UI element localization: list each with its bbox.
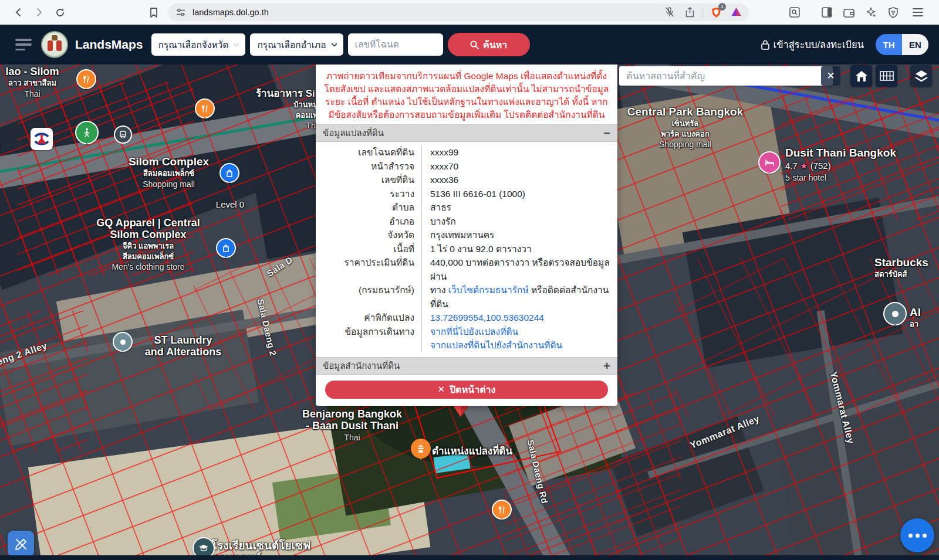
login-link[interactable]: เข้าสู่ระบบ/ลงทะเบียน <box>761 37 864 52</box>
pencil-ruler-icon <box>13 537 29 552</box>
field-row: อำเภอบางรัก <box>316 215 617 229</box>
fork-knife-icon <box>83 76 90 83</box>
section-parcel-info[interactable]: ข้อมูลแปลงที่ดิน − <box>316 124 617 142</box>
section-land-office[interactable]: ข้อมูลสำนักงานที่ดิน + <box>316 357 617 375</box>
person-poi-pin[interactable] <box>75 121 99 144</box>
search-icon <box>470 40 479 49</box>
chevron-down-icon <box>233 43 239 47</box>
grid-icon <box>880 71 894 81</box>
field-row: (กรมธนารักษ์) ทาง เว็บไซต์กรมธนารักษ์ หร… <box>316 283 617 311</box>
place-search <box>619 66 819 86</box>
bts-station-icon[interactable] <box>31 128 53 150</box>
graduation-cap-icon <box>199 545 208 552</box>
deed-number-input[interactable] <box>348 33 443 56</box>
home-icon <box>855 70 868 82</box>
collapse-icon[interactable]: − <box>603 127 610 139</box>
leo-ai-icon[interactable] <box>863 4 879 21</box>
search-button[interactable]: ค้นหา <box>448 33 530 56</box>
brand-title: LandsMaps <box>75 38 143 52</box>
menu-icon[interactable] <box>15 39 32 50</box>
map-label-station: ationศาลาแดง <box>0 127 29 151</box>
map-layers-button[interactable] <box>910 65 932 87</box>
field-row: เลขโฉนดที่ดินxxxx99 <box>316 145 617 159</box>
brave-rewards-icon[interactable] <box>729 5 743 19</box>
district-select[interactable]: กรุณาเลือกอำเภอ <box>250 33 343 56</box>
lang-th-button[interactable]: TH <box>876 34 902 55</box>
dots-icon <box>908 534 913 538</box>
bed-icon <box>765 159 774 166</box>
brave-shield-icon[interactable]: 1 <box>709 5 723 19</box>
poi-pin[interactable] <box>883 302 907 325</box>
treasury-website-link[interactable]: เว็บไซต์กรมธนารักษ์ <box>448 285 529 295</box>
browser-toolbar: landsmaps.dol.go.th 1 <box>0 0 939 25</box>
forward-button[interactable] <box>31 4 47 21</box>
clear-search-button[interactable]: ✕ <box>821 66 840 86</box>
language-toggle: TH EN <box>876 34 928 55</box>
back-button[interactable] <box>11 4 27 21</box>
browser-menu-icon[interactable] <box>910 4 926 21</box>
url-bar[interactable]: landsmaps.dol.go.th 1 <box>168 4 749 21</box>
lang-en-button[interactable]: EN <box>902 34 928 55</box>
reload-button[interactable] <box>52 4 68 21</box>
dot-icon <box>892 311 899 317</box>
restaurant-pin[interactable] <box>411 439 431 459</box>
map-label-dusit: Dusit Thani Bangkok 4.7 ★ (752) 5-star h… <box>785 147 926 182</box>
shopping-pin[interactable] <box>219 163 239 183</box>
search-tabs-icon[interactable] <box>786 4 803 21</box>
map-label-gq: GQ Apparel | CentralSilom Complex จีคิว … <box>79 217 217 272</box>
walking-person-icon <box>83 128 91 137</box>
transit-stop-icon[interactable] <box>114 125 132 144</box>
restaurant-pin[interactable] <box>195 99 215 118</box>
map-label-central-park: Central Park Bangkokเซ็นทรัลพาร์ค แบงคอก… <box>610 106 760 150</box>
chevron-down-icon <box>331 43 337 47</box>
dol-logo <box>41 31 68 58</box>
rating-star-icon: ★ <box>800 161 808 171</box>
map-label-school: โรงเรียนเซนต์โยเซฟคอนแวนต์ <box>211 539 367 555</box>
shield-badge: 1 <box>718 3 726 11</box>
field-row: ราคาประเมินที่ดิน440,000 บาทต่อตารางวา ห… <box>316 256 617 283</box>
school-pin[interactable] <box>192 537 215 555</box>
restaurant-pin[interactable] <box>76 69 96 89</box>
lock-icon <box>761 40 769 50</box>
site-settings-icon[interactable] <box>174 5 188 19</box>
field-row: จังหวัดกรุงเทพมหานคร <box>316 228 617 242</box>
field-row: หน้าสำรวจxxxx70 <box>316 159 617 174</box>
shopping-pin[interactable] <box>216 238 236 258</box>
map-label-side-poi: Alอา <box>910 306 939 329</box>
field-row: ตำบลสาธร <box>316 201 617 215</box>
share-icon[interactable] <box>683 5 697 19</box>
field-row: เลขที่ดินxxxx36 <box>316 173 617 187</box>
directions-to-office-link[interactable]: จากแปลงที่ดินไปยังสำนักงานที่ดิน <box>430 340 562 350</box>
divider <box>702 7 703 18</box>
expand-icon[interactable]: + <box>603 360 610 372</box>
home-button[interactable] <box>850 65 872 87</box>
map-label-parcel-marker: ตำแหน่งแปลงที่ดิน <box>432 446 596 457</box>
close-icon: ✕ <box>438 384 445 395</box>
hotel-pin[interactable] <box>758 151 781 174</box>
bookmark-icon[interactable] <box>146 4 162 21</box>
coordinates-link[interactable]: 13.72699554,100.53630244 <box>430 313 544 323</box>
bottom-bar <box>0 555 939 560</box>
province-select[interactable]: กรุณาเลือกจังหวัด <box>151 33 246 56</box>
field-row: ระวาง5136 III 6616-01 (1000) <box>316 187 617 201</box>
app-header: LandsMaps กรุณาเลือกจังหวัด กรุณาเลือกอำ… <box>0 25 939 65</box>
layers-icon <box>914 70 928 83</box>
grid-layers-button[interactable] <box>876 65 897 87</box>
dot-icon <box>120 340 126 345</box>
vpn-shield-icon[interactable] <box>885 4 901 21</box>
map-label-level0: Level 0 <box>207 200 254 210</box>
restaurant-pin[interactable] <box>492 500 512 520</box>
mic-blocked-icon[interactable] <box>663 5 677 19</box>
close-window-button[interactable]: ✕ ปิดหน้าต่าง <box>325 381 608 399</box>
sidebar-icon[interactable] <box>819 4 835 21</box>
wallet-icon[interactable] <box>840 4 857 21</box>
measure-tools-button[interactable] <box>8 531 34 557</box>
place-search-input[interactable] <box>619 66 833 86</box>
field-row: จากแปลงที่ดินไปยังสำนักงานที่ดิน <box>316 338 617 352</box>
shopping-bag-icon <box>226 169 233 177</box>
more-actions-fab[interactable] <box>900 518 934 552</box>
parcel-info-panel: ภาพถ่ายดาวเทียมจากบริการแผนที่ Google Ma… <box>316 65 617 406</box>
fork-knife-icon <box>201 105 208 113</box>
laundry-pin[interactable] <box>113 332 133 352</box>
directions-to-parcel-link[interactable]: จากที่นี่ไปยังแปลงที่ดิน <box>430 327 518 337</box>
